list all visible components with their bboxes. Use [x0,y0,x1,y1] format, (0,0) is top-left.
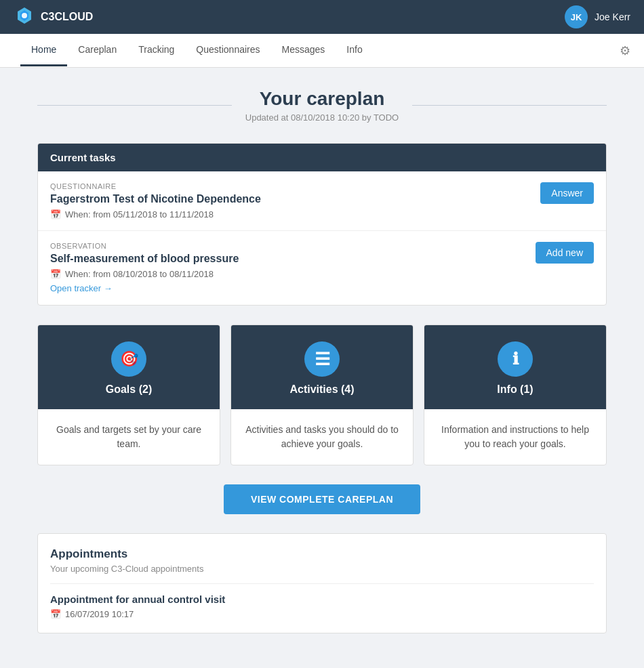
appointments-title: Appointments [50,547,594,561]
header: C3CLOUD JK Joe Kerr [0,0,644,34]
add-new-button[interactable]: Add new [536,242,594,264]
nav-item-questionnaires[interactable]: Questionnaires [185,35,270,66]
task-title-2: Self-measurement of blood pressure [50,253,536,265]
task-item-observation: OBSERVATION Self-measurement of blood pr… [38,231,606,305]
appointments-subtitle: Your upcoming C3-Cloud appointments [50,564,594,574]
info-card-top: ℹ Info (1) [424,325,606,409]
appointments-divider [50,583,594,584]
nav-items: Home Careplan Tracking Questionnaires Me… [20,35,374,66]
activities-icon: ☰ [304,341,340,377]
open-tracker-link[interactable]: Open tracker → [50,283,113,293]
logo-text: C3CLOUD [41,11,93,23]
task-type-2: OBSERVATION [50,242,536,250]
main-content: Your careplan Updated at 08/10/2018 10:2… [24,68,620,654]
answer-button[interactable]: Answer [540,182,594,204]
info-description: Information and instructions to help you… [424,409,606,465]
activities-card[interactable]: ☰ Activities (4) Activities and tasks yo… [230,325,414,465]
page-title-inner: Your careplan Updated at 08/10/2018 10:2… [232,88,412,123]
avatar: JK [565,5,588,28]
nav-item-info[interactable]: Info [336,35,373,66]
nav-item-careplan[interactable]: Careplan [67,35,127,66]
appointment-item-title: Appointment for annual control visit [50,593,594,605]
goals-icon: 🎯 [111,341,146,377]
cards-row: 🎯 Goals (2) Goals and targets set by you… [37,325,607,465]
task-when-1: 📅 When: from 05/11/2018 to 11/11/2018 [50,209,540,220]
appointments-section: Appointments Your upcoming C3-Cloud appo… [37,533,607,633]
svg-point-2 [22,13,27,18]
view-careplan-wrap: VIEW COMPLETE CAREPLAN [37,484,607,514]
nav-item-messages[interactable]: Messages [271,35,336,66]
info-icon: ℹ [498,341,533,377]
activities-card-top: ☰ Activities (4) [231,325,413,409]
appointment-item-when: 📅 16/07/2019 10:17 [50,609,594,619]
header-right: JK Joe Kerr [565,5,630,28]
nav-item-home[interactable]: Home [20,35,67,66]
task-info-2: OBSERVATION Self-measurement of blood pr… [50,242,536,294]
task-info-1: QUESTIONNAIRE Fagerstrom Test of Nicotin… [50,182,540,220]
view-careplan-button[interactable]: VIEW COMPLETE CAREPLAN [224,484,420,514]
goals-card[interactable]: 🎯 Goals (2) Goals and targets set by you… [37,325,220,465]
calendar-icon-1: 📅 [50,209,61,220]
logo: C3CLOUD [14,6,93,28]
nav-item-tracking[interactable]: Tracking [127,35,185,66]
task-type-1: QUESTIONNAIRE [50,182,540,190]
task-row-2: OBSERVATION Self-measurement of blood pr… [50,242,594,294]
goals-label: Goals (2) [106,383,152,396]
activities-description: Activities and tasks you should do to ac… [231,409,413,465]
page-subtitle: Updated at 08/10/2018 10:20 by TODO [245,112,399,123]
info-card[interactable]: ℹ Info (1) Information and instructions … [424,325,607,465]
goals-card-top: 🎯 Goals (2) [38,325,220,409]
task-title-1: Fagerstrom Test of Nicotine Dependence [50,193,540,205]
calendar-icon-2: 📅 [50,269,61,279]
current-tasks-section: Current tasks QUESTIONNAIRE Fagerstrom T… [37,143,607,306]
task-row-1: QUESTIONNAIRE Fagerstrom Test of Nicotin… [50,182,594,220]
task-when-2: 📅 When: from 08/10/2018 to 08/11/2018 [50,269,536,279]
current-tasks-header: Current tasks [38,144,606,171]
info-label: Info (1) [497,383,533,396]
goals-description: Goals and targets set by your care team. [38,409,220,465]
calendar-icon-appt: 📅 [50,609,61,619]
nav-bar: Home Careplan Tracking Questionnaires Me… [0,34,644,68]
user-name: Joe Kerr [595,12,630,22]
activities-label: Activities (4) [289,383,354,396]
task-item-questionnaire: QUESTIONNAIRE Fagerstrom Test of Nicotin… [38,171,606,231]
title-line-left [37,105,232,106]
page-title: Your careplan [245,88,399,110]
settings-icon[interactable]: ⚙ [620,43,630,58]
page-title-section: Your careplan Updated at 08/10/2018 10:2… [37,88,607,123]
logo-icon [14,6,35,28]
title-line-right [412,105,607,106]
